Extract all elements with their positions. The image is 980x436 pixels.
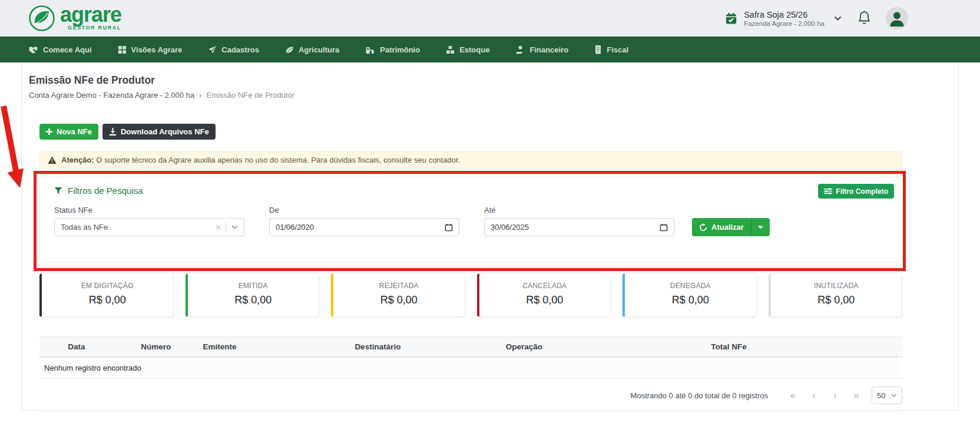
column-header-data[interactable]: Data [39,342,114,351]
toolbar: Nova NFe Download Arquivos NFe [39,124,216,140]
nav-label: Comece Aqui [43,45,92,54]
date-from-value: 01/06/2020 [276,223,445,232]
season-selector[interactable]: Safra Soja 25/26 Fazenda Agrare - 2.000 … [724,9,842,27]
plus-icon [46,128,52,135]
season-subtitle: Fazenda Agrare - 2.000 ha [744,20,825,27]
header-actions: Safra Soja 25/26 Fazenda Agrare - 2.000 … [724,7,908,29]
date-to-input[interactable]: 30/06/2025 [484,218,674,236]
status-card-label: DENEGADA [625,282,756,290]
calendar-icon [660,223,668,232]
column-header-emitente[interactable]: Emitente [198,342,350,351]
nav-item-fiscal[interactable]: Fiscal [594,45,628,54]
notifications-button[interactable] [857,10,872,27]
page-size-select[interactable]: 50 [872,387,902,404]
boxes-icon [446,45,455,54]
tractor-icon [365,45,375,54]
page-title: Emissão NFe de Produtor [29,74,155,87]
filters-row: Status NFe Todas as NFe × De 01/06/2020 [54,206,902,236]
top-header: agrare GESTOR RURAL Safra Soja 25/26 Faz… [0,0,980,37]
calendar-check-icon [724,12,738,25]
column-header-destinatario[interactable]: Destinatário [350,342,501,351]
user-avatar[interactable] [886,7,908,29]
status-nfe-field: Status NFe Todas as NFe × [54,206,244,236]
nav-item-agricultura[interactable]: Agricultura [285,45,339,54]
brand-leaf-icon [28,5,55,32]
date-to-value: 30/06/2025 [491,223,660,232]
page-size-chevron-icon [891,394,897,397]
filters-header: Filtros de Pesquisa [54,186,902,196]
last-page-button[interactable]: » [850,391,862,400]
nav-label: Agricultura [299,45,339,54]
status-card-label: REJEITADA [333,282,465,290]
select-chevron-icon [231,225,238,229]
leaf-icon [285,45,294,54]
brand-tagline: GESTOR RURAL [68,25,121,31]
first-page-button[interactable]: « [787,391,799,400]
nav-label: Cadastros [221,45,259,54]
nav-label: Fiscal [607,45,628,54]
nav-item-comece-aqui[interactable]: Comece Aqui [28,45,92,54]
season-title: Safra Soja 25/26 [744,9,825,20]
date-from-label: De [269,206,459,214]
date-from-input[interactable]: 01/06/2020 [269,218,459,236]
filters-title: Filtros de Pesquisa [68,186,143,196]
status-card-value: R$ 0,00 [771,294,902,306]
calendar-icon [445,223,453,232]
nav-item-visoes-agrare[interactable]: Visões Agrare [118,45,183,54]
refresh-label: Atualizar [711,223,744,232]
nav-item-cadastros[interactable]: Cadastros [208,45,259,54]
funnel-icon [54,187,62,194]
select-divider [226,222,226,232]
warning-icon [48,156,57,164]
date-to-field: Até 30/06/2025 [484,206,674,236]
refresh-icon [699,223,707,232]
brand-wordmark: agrare GESTOR RURAL [60,6,121,31]
nfe-table: Data Número Emitente Destinatário Operaç… [39,336,902,413]
clear-selection-icon[interactable]: × [211,222,226,232]
empty-text: Nenhum registro encontrado [44,364,141,372]
caret-down-icon [758,226,763,229]
page-size-value: 50 [877,391,885,400]
alert-text: Atenção: O suporte técnico da Agrare aux… [61,156,460,164]
bell-icon [857,10,872,25]
new-nfe-button[interactable]: Nova NFe [39,124,98,140]
status-card-cancelada: CANCELADA R$ 0,00 [477,273,611,317]
pagination: Mostrando 0 até 0 do total de 0 registro… [39,387,902,404]
refresh-button[interactable]: Atualizar [692,218,751,236]
nav-label: Estoque [459,45,489,54]
filters-panel: Filtros de Pesquisa Filtro Completo Stat… [39,177,902,263]
status-card-label: EM DIGITAÇÃO [42,282,173,290]
date-to-label: Até [484,206,674,214]
brand-logo[interactable]: agrare GESTOR RURAL [28,5,121,32]
status-card-inutilizada: INUTILIZADA R$ 0,00 [769,273,903,317]
nav-item-estoque[interactable]: Estoque [446,45,489,54]
nav-label: Financeiro [529,45,568,54]
new-nfe-label: Nova NFe [57,127,92,136]
breadcrumb: Conta Agrare Demo - Fazenda Agrare - 2.0… [29,91,294,100]
nav-item-financeiro[interactable]: Financeiro [515,45,568,54]
column-header-total-nfe[interactable]: Total NFe [639,342,902,351]
status-nfe-select[interactable]: Todas as NFe × [54,218,244,236]
empty-row: Nenhum registro encontrado [39,358,902,379]
main-nav: Comece Aqui Visões Agrare Cadastros Agri… [0,37,980,62]
status-card-value: R$ 0,00 [333,294,465,306]
download-nfe-files-button[interactable]: Download Arquivos NFe [102,124,216,140]
status-card-label: CANCELADA [479,282,611,290]
chevron-down-icon [834,16,842,21]
column-header-operacao[interactable]: Operação [501,342,639,351]
full-filter-button[interactable]: Filtro Completo [818,184,894,199]
status-card-value: R$ 0,00 [188,294,319,306]
status-nfe-value: Todas as NFe [61,223,211,232]
pagination-summary: Mostrando 0 até 0 do total de 0 registro… [631,391,768,400]
next-page-button[interactable]: › [829,391,841,400]
app-screen: agrare GESTOR RURAL Safra Soja 25/26 Faz… [0,0,980,436]
breadcrumb-root[interactable]: Conta Agrare Demo - Fazenda Agrare - 2.0… [29,91,194,100]
hand-coin-icon [515,45,525,54]
column-header-numero[interactable]: Número [114,342,198,351]
status-card-label: INUTILIZADA [771,282,902,290]
download-nfe-label: Download Arquivos NFe [121,127,209,136]
download-icon [109,128,117,136]
nav-item-patrimonio[interactable]: Patrimônio [365,45,420,54]
prev-page-button[interactable]: ‹ [808,391,820,400]
refresh-dropdown-toggle[interactable] [751,218,770,236]
